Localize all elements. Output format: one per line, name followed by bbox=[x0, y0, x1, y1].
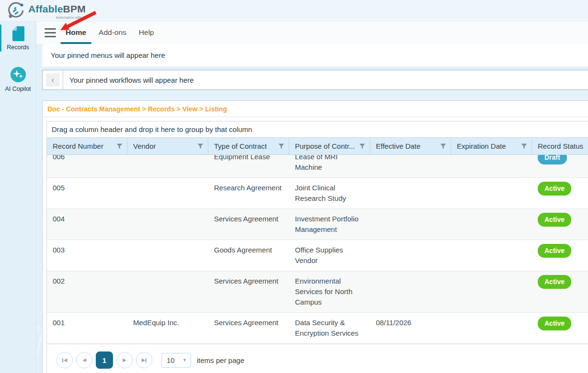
cell-type-of-contract: Equipment Lease bbox=[208, 155, 289, 177]
filter-icon[interactable] bbox=[277, 143, 285, 150]
status-badge: Active bbox=[538, 182, 571, 196]
cell-effective-date bbox=[370, 240, 451, 271]
column-header-expiration-date[interactable]: Expiration Date bbox=[451, 138, 532, 154]
cell-type-of-contract: Services Agreement bbox=[208, 313, 289, 343]
page-size-select[interactable]: 10 ▼ bbox=[161, 353, 191, 368]
cell-expiration-date bbox=[451, 155, 532, 177]
column-header-record-status[interactable]: Record Status bbox=[532, 138, 588, 154]
app-logo: AffableBPM Automation with AI bbox=[7, 2, 86, 20]
column-header-purpose[interactable]: Purpose of Contr... bbox=[289, 138, 370, 154]
sidebar-item-label: AI Copilot bbox=[5, 86, 31, 92]
table-row[interactable]: 006 Equipment Lease Lease of MRI Machine… bbox=[47, 155, 588, 178]
cell-expiration-date bbox=[451, 178, 532, 208]
status-badge: Draft bbox=[538, 155, 567, 165]
column-header-vendor[interactable]: Vendor bbox=[127, 138, 208, 154]
cell-expiration-date bbox=[451, 271, 532, 312]
status-badge: Active bbox=[538, 213, 571, 227]
cell-record-status: Active bbox=[532, 240, 588, 271]
pinned-workflows-placeholder: Your pinned workflows will appear here bbox=[63, 70, 194, 89]
status-badge: Active bbox=[538, 317, 571, 330]
logo-title: AffableBPM bbox=[28, 3, 86, 15]
tab-help[interactable]: Help bbox=[133, 22, 160, 44]
cell-record-number: 005 bbox=[47, 178, 127, 208]
cell-effective-date bbox=[370, 271, 451, 312]
pinned-workflows-bar: ‹ Your pinned workflows will appear here bbox=[42, 70, 588, 90]
main-nav: Home Add-ons Help bbox=[36, 22, 588, 44]
last-page-button[interactable]: ▶ bbox=[136, 352, 152, 368]
cell-type-of-contract: Services Agreement bbox=[208, 271, 289, 312]
records-grid: Drag a column header and drop it here to… bbox=[46, 121, 588, 373]
nav-tabs: Home Add-ons Help bbox=[59, 22, 160, 44]
filter-icon[interactable] bbox=[196, 143, 204, 150]
items-per-page-label: items per page bbox=[197, 356, 244, 364]
content-panel: Doc - Contracts Management > Records > V… bbox=[42, 100, 588, 373]
sparkles-icon bbox=[9, 66, 27, 84]
status-badge: Active bbox=[538, 244, 571, 258]
filter-icon[interactable] bbox=[439, 143, 447, 150]
cell-type-of-contract: Goods Agreement bbox=[208, 240, 289, 271]
table-row[interactable]: 004 Services Agreement Investment Portfo… bbox=[47, 209, 588, 240]
cell-purpose: Lease of MRI Machine bbox=[289, 155, 370, 177]
cell-record-number: 002 bbox=[47, 271, 127, 312]
grid-body: 006 Equipment Lease Lease of MRI Machine… bbox=[47, 155, 588, 344]
table-row[interactable]: 001 MedEquip Inc. Services Agreement Dat… bbox=[47, 313, 588, 344]
first-page-button[interactable]: ◀ bbox=[57, 352, 73, 368]
cell-record-number: 004 bbox=[47, 209, 127, 240]
cell-expiration-date bbox=[451, 209, 532, 240]
cell-purpose: Investment Portfolio Management bbox=[289, 209, 370, 240]
previous-page-button[interactable]: ◀ bbox=[76, 352, 92, 368]
collapse-chevron-button[interactable]: ‹ bbox=[46, 73, 59, 87]
logo-text: AffableBPM Automation with AI bbox=[28, 2, 86, 20]
pinned-menus-bar: Your pinned menus will appear here bbox=[42, 44, 588, 67]
cell-record-status: Active bbox=[532, 271, 588, 312]
cell-record-status: Draft bbox=[532, 155, 588, 177]
cell-purpose: Joint Clinical Research Study bbox=[289, 178, 370, 208]
logo-mark-icon bbox=[7, 2, 25, 20]
filter-icon[interactable] bbox=[520, 143, 528, 150]
table-row[interactable]: 005 Research Agreement Joint Clinical Re… bbox=[47, 178, 588, 209]
collapse-zone: ‹ bbox=[43, 70, 63, 89]
cell-effective-date: 08/11/2026 bbox=[370, 313, 451, 343]
cell-expiration-date bbox=[451, 313, 532, 343]
next-page-button[interactable]: ▶ bbox=[116, 352, 133, 368]
cell-purpose: Office Supplies Vendor bbox=[289, 240, 370, 271]
tab-add-ons[interactable]: Add-ons bbox=[92, 22, 133, 44]
cell-vendor bbox=[127, 209, 208, 240]
cell-effective-date bbox=[370, 155, 451, 177]
chevron-down-icon: ▼ bbox=[182, 358, 187, 362]
filter-icon[interactable] bbox=[358, 143, 366, 150]
hamburger-menu-icon[interactable] bbox=[45, 28, 56, 37]
column-header-record-number[interactable]: Record Number bbox=[47, 138, 127, 154]
sidebar: Records AI Copilot bbox=[0, 22, 36, 373]
table-row[interactable]: 003 Goods Agreement Office Supplies Vend… bbox=[47, 240, 588, 271]
cell-record-number: 006 bbox=[47, 155, 127, 177]
breadcrumb: Doc - Contracts Management > Records > V… bbox=[43, 101, 588, 117]
tab-home[interactable]: Home bbox=[59, 22, 92, 44]
column-header-effective-date[interactable]: Effective Date bbox=[370, 138, 451, 154]
active-indicator bbox=[0, 24, 1, 52]
column-header-type-of-contract[interactable]: Type of Contract bbox=[208, 138, 289, 154]
top-brand-bar: AffableBPM Automation with AI bbox=[0, 0, 588, 22]
sidebar-item-ai-copilot[interactable]: AI Copilot bbox=[0, 61, 36, 96]
cell-effective-date bbox=[370, 209, 451, 240]
group-by-drop-zone[interactable]: Drag a column header and drop it here to… bbox=[47, 121, 588, 138]
cell-record-status: Active bbox=[532, 209, 588, 240]
cell-record-number: 001 bbox=[47, 313, 127, 343]
pagination-bar: ◀ ◀ 1 ▶ ▶ 10 ▼ items per page bbox=[47, 344, 588, 373]
cell-record-status: Active bbox=[532, 313, 588, 343]
cell-type-of-contract: Services Agreement bbox=[208, 209, 289, 240]
table-row[interactable]: 002 Services Agreement Environmental Ser… bbox=[47, 271, 588, 313]
cell-type-of-contract: Research Agreement bbox=[208, 178, 289, 208]
cell-purpose: Data Security & Encryption Services bbox=[289, 313, 370, 343]
cell-record-number: 003 bbox=[47, 240, 127, 271]
cell-vendor bbox=[127, 178, 208, 208]
sidebar-item-records[interactable]: Records bbox=[0, 22, 36, 55]
sidebar-item-label: Records bbox=[7, 44, 29, 51]
cell-record-status: Active bbox=[532, 178, 588, 208]
cell-purpose: Environmental Services for North Campus bbox=[289, 271, 370, 312]
logo-tagline: Automation with AI bbox=[56, 15, 86, 20]
filter-icon[interactable] bbox=[115, 143, 124, 150]
page-1-button[interactable]: 1 bbox=[96, 351, 113, 369]
pinned-menus-placeholder: Your pinned menus will appear here bbox=[51, 51, 165, 59]
cell-vendor: MedEquip Inc. bbox=[127, 313, 208, 343]
